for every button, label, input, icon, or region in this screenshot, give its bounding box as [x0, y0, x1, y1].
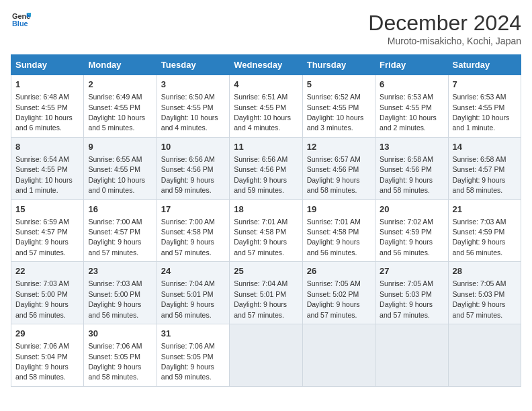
calendar-cell: 18 Sunrise: 7:01 AMSunset: 4:58 PMDaylig… — [230, 199, 302, 262]
day-number: 26 — [307, 265, 371, 277]
calendar-cell: 8 Sunrise: 6:54 AMSunset: 4:55 PMDayligh… — [11, 137, 84, 199]
cell-info: Sunrise: 6:56 AMSunset: 4:56 PMDaylight:… — [234, 155, 287, 194]
cell-info: Sunrise: 6:53 AMSunset: 4:55 PMDaylight:… — [453, 93, 510, 132]
day-number: 29 — [15, 328, 79, 340]
calendar-cell: 16 Sunrise: 7:00 AMSunset: 4:57 PMDaylig… — [84, 199, 157, 262]
day-number: 25 — [234, 265, 298, 277]
calendar-cell: 14 Sunrise: 6:58 AMSunset: 4:57 PMDaylig… — [448, 137, 521, 199]
weekday-header-tuesday: Tuesday — [157, 55, 229, 75]
calendar-cell: 20 Sunrise: 7:02 AMSunset: 4:59 PMDaylig… — [375, 199, 448, 262]
calendar-cell: 28 Sunrise: 7:05 AMSunset: 5:03 PMDaylig… — [448, 262, 521, 324]
calendar-cell: 7 Sunrise: 6:53 AMSunset: 4:55 PMDayligh… — [448, 75, 521, 138]
cell-info: Sunrise: 7:03 AMSunset: 5:00 PMDaylight:… — [88, 279, 142, 318]
calendar-cell: 4 Sunrise: 6:51 AMSunset: 4:55 PMDayligh… — [230, 75, 302, 138]
calendar-cell: 17 Sunrise: 7:00 AMSunset: 4:58 PMDaylig… — [157, 199, 229, 262]
calendar-cell: 27 Sunrise: 7:05 AMSunset: 5:03 PMDaylig… — [375, 262, 448, 324]
day-number: 6 — [380, 79, 443, 91]
day-number: 5 — [307, 79, 371, 91]
cell-info: Sunrise: 6:54 AMSunset: 4:55 PMDaylight:… — [15, 155, 73, 194]
cell-info: Sunrise: 6:56 AMSunset: 4:56 PMDaylight:… — [161, 155, 215, 194]
day-number: 2 — [88, 79, 152, 91]
day-number: 1 — [15, 79, 79, 91]
weekday-header-wednesday: Wednesday — [230, 55, 302, 75]
cell-info: Sunrise: 7:03 AMSunset: 5:00 PMDaylight:… — [15, 279, 69, 318]
weekday-header-friday: Friday — [375, 55, 448, 75]
cell-info: Sunrise: 7:06 AMSunset: 5:05 PMDaylight:… — [161, 342, 215, 381]
page-subtitle: Muroto-misakicho, Kochi, Japan — [368, 36, 521, 46]
calendar-cell — [302, 324, 375, 387]
day-number: 30 — [88, 328, 152, 340]
cell-info: Sunrise: 7:01 AMSunset: 4:58 PMDaylight:… — [307, 218, 361, 257]
day-number: 4 — [234, 79, 298, 91]
day-number: 10 — [161, 141, 225, 153]
cell-info: Sunrise: 7:06 AMSunset: 5:05 PMDaylight:… — [88, 342, 142, 381]
page-header: General Blue December 2024 Muroto-misaki… — [11, 11, 521, 46]
title-area: December 2024 Muroto-misakicho, Kochi, J… — [368, 11, 521, 46]
cell-info: Sunrise: 6:59 AMSunset: 4:57 PMDaylight:… — [15, 218, 69, 257]
calendar-cell: 15 Sunrise: 6:59 AMSunset: 4:57 PMDaylig… — [11, 199, 84, 262]
calendar-cell: 26 Sunrise: 7:05 AMSunset: 5:02 PMDaylig… — [302, 262, 375, 324]
cell-info: Sunrise: 7:00 AMSunset: 4:58 PMDaylight:… — [161, 218, 215, 257]
calendar-week-row: 29 Sunrise: 7:06 AMSunset: 5:04 PMDaylig… — [11, 324, 521, 387]
cell-info: Sunrise: 6:55 AMSunset: 4:55 PMDaylight:… — [88, 155, 145, 194]
day-number: 14 — [453, 141, 517, 153]
calendar-cell: 31 Sunrise: 7:06 AMSunset: 5:05 PMDaylig… — [157, 324, 229, 387]
calendar-cell: 19 Sunrise: 7:01 AMSunset: 4:58 PMDaylig… — [302, 199, 375, 262]
cell-info: Sunrise: 6:58 AMSunset: 4:56 PMDaylight:… — [380, 155, 433, 194]
cell-info: Sunrise: 7:05 AMSunset: 5:02 PMDaylight:… — [307, 279, 361, 318]
day-number: 19 — [307, 203, 371, 216]
calendar-cell: 2 Sunrise: 6:49 AMSunset: 4:55 PMDayligh… — [84, 75, 157, 138]
day-number: 8 — [15, 141, 79, 153]
weekday-header-sunday: Sunday — [11, 55, 84, 75]
day-number: 22 — [15, 265, 79, 277]
day-number: 24 — [161, 265, 225, 277]
calendar-cell: 29 Sunrise: 7:06 AMSunset: 5:04 PMDaylig… — [11, 324, 84, 387]
cell-info: Sunrise: 7:05 AMSunset: 5:03 PMDaylight:… — [380, 279, 433, 318]
day-number: 17 — [161, 203, 225, 216]
day-number: 13 — [380, 141, 443, 153]
day-number: 31 — [161, 328, 225, 340]
weekday-header-saturday: Saturday — [448, 55, 521, 75]
day-number: 12 — [307, 141, 371, 153]
cell-info: Sunrise: 6:57 AMSunset: 4:56 PMDaylight:… — [307, 155, 361, 194]
cell-info: Sunrise: 6:51 AMSunset: 4:55 PMDaylight:… — [234, 93, 291, 132]
day-number: 20 — [380, 203, 443, 216]
calendar-week-row: 15 Sunrise: 6:59 AMSunset: 4:57 PMDaylig… — [11, 199, 521, 262]
cell-info: Sunrise: 6:53 AMSunset: 4:55 PMDaylight:… — [380, 93, 437, 132]
calendar-cell: 24 Sunrise: 7:04 AMSunset: 5:01 PMDaylig… — [157, 262, 229, 324]
calendar-week-row: 1 Sunrise: 6:48 AMSunset: 4:55 PMDayligh… — [11, 75, 521, 138]
day-number: 18 — [234, 203, 298, 216]
calendar-cell: 11 Sunrise: 6:56 AMSunset: 4:56 PMDaylig… — [230, 137, 302, 199]
calendar-cell: 9 Sunrise: 6:55 AMSunset: 4:55 PMDayligh… — [84, 137, 157, 199]
cell-info: Sunrise: 7:02 AMSunset: 4:59 PMDaylight:… — [380, 218, 433, 257]
day-number: 11 — [234, 141, 298, 153]
calendar-cell: 30 Sunrise: 7:06 AMSunset: 5:05 PMDaylig… — [84, 324, 157, 387]
calendar-cell — [230, 324, 302, 387]
cell-info: Sunrise: 6:48 AMSunset: 4:55 PMDaylight:… — [15, 93, 73, 132]
calendar-week-row: 8 Sunrise: 6:54 AMSunset: 4:55 PMDayligh… — [11, 137, 521, 199]
calendar-cell: 12 Sunrise: 6:57 AMSunset: 4:56 PMDaylig… — [302, 137, 375, 199]
calendar-cell: 10 Sunrise: 6:56 AMSunset: 4:56 PMDaylig… — [157, 137, 229, 199]
day-number: 28 — [453, 265, 517, 277]
calendar-cell — [448, 324, 521, 387]
calendar-cell: 13 Sunrise: 6:58 AMSunset: 4:56 PMDaylig… — [375, 137, 448, 199]
calendar-cell: 23 Sunrise: 7:03 AMSunset: 5:00 PMDaylig… — [84, 262, 157, 324]
calendar-cell: 21 Sunrise: 7:03 AMSunset: 4:59 PMDaylig… — [448, 199, 521, 262]
calendar-cell: 25 Sunrise: 7:04 AMSunset: 5:01 PMDaylig… — [230, 262, 302, 324]
cell-info: Sunrise: 6:49 AMSunset: 4:55 PMDaylight:… — [88, 93, 145, 132]
cell-info: Sunrise: 6:52 AMSunset: 4:55 PMDaylight:… — [307, 93, 364, 132]
calendar-cell: 5 Sunrise: 6:52 AMSunset: 4:55 PMDayligh… — [302, 75, 375, 138]
weekday-header-thursday: Thursday — [302, 55, 375, 75]
calendar-week-row: 22 Sunrise: 7:03 AMSunset: 5:00 PMDaylig… — [11, 262, 521, 324]
day-number: 15 — [15, 203, 79, 216]
calendar-cell: 1 Sunrise: 6:48 AMSunset: 4:55 PMDayligh… — [11, 75, 84, 138]
day-number: 16 — [88, 203, 152, 216]
svg-text:Blue: Blue — [12, 19, 28, 28]
cell-info: Sunrise: 7:01 AMSunset: 4:58 PMDaylight:… — [234, 218, 287, 257]
logo: General Blue — [11, 11, 31, 32]
cell-info: Sunrise: 7:03 AMSunset: 4:59 PMDaylight:… — [453, 218, 506, 257]
calendar-cell: 6 Sunrise: 6:53 AMSunset: 4:55 PMDayligh… — [375, 75, 448, 138]
day-number: 21 — [453, 203, 517, 216]
cell-info: Sunrise: 6:58 AMSunset: 4:57 PMDaylight:… — [453, 155, 506, 194]
day-number: 7 — [453, 79, 517, 91]
